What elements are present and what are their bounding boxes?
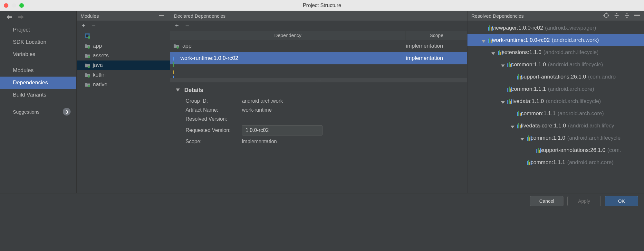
- module-row[interactable]: java: [77, 60, 170, 70]
- chevron-down-icon[interactable]: [482, 38, 485, 42]
- label-group-id: Group ID:: [186, 98, 242, 104]
- forward-icon: [18, 15, 24, 20]
- resolved-name: extensions:1.1.0: [502, 49, 542, 56]
- resolved-package: (com.andro: [588, 74, 616, 80]
- collapse-icon[interactable]: [158, 12, 166, 19]
- library-icon: [507, 62, 509, 67]
- resolved-package: (android.arch.core): [548, 86, 594, 92]
- module-row[interactable]: kotlin: [77, 70, 170, 80]
- value-scope: implementation: [242, 139, 277, 144]
- svg-rect-17: [634, 14, 640, 15]
- resolved-header: Resolved Dependencies: [467, 11, 644, 21]
- folder-icon: [84, 63, 90, 68]
- module-row[interactable]: assets: [77, 51, 170, 60]
- library-icon: [498, 50, 499, 55]
- dependency-name: work-runtime:1.0.0-rc02: [180, 55, 238, 61]
- apply-button: Apply: [567, 196, 601, 206]
- resolved-name: viewpager:1.0.0-rc02: [492, 25, 543, 31]
- nav-item-variables[interactable]: Variables: [0, 48, 76, 60]
- col-dependency: Dependency: [170, 31, 406, 40]
- resolved-row[interactable]: common:1.1.0(android.arch.lifecycle: [467, 132, 644, 144]
- chevron-down-icon[interactable]: [520, 136, 524, 140]
- nav-item-modules[interactable]: Modules: [0, 64, 76, 77]
- svg-point-6: [88, 66, 90, 68]
- svg-point-10: [604, 13, 609, 17]
- resolved-row[interactable]: support-annotations:26.1.0(com.: [467, 144, 644, 156]
- label-scope: Scope:: [186, 139, 242, 144]
- folder-icon: [84, 43, 90, 49]
- target-icon[interactable]: [603, 13, 609, 19]
- dependency-row[interactable]: work-runtime:1.0.0-rc02implementation: [170, 52, 467, 64]
- remove-dependency-button[interactable]: −: [184, 22, 190, 30]
- splitter-grip[interactable]: ∙∙∙∙∙∙: [170, 78, 467, 82]
- add-dependency-button[interactable]: +: [174, 22, 180, 30]
- resolved-name: support-annotations:26.1.0: [540, 147, 605, 153]
- label-requested-version: Requested Version:: [186, 127, 242, 133]
- resolved-name: common:1.1.1: [531, 159, 565, 166]
- suggestions-badge: 3: [63, 108, 71, 116]
- resolved-row[interactable]: extensions:1.1.0(android.arch.lifecycle): [467, 46, 644, 59]
- nav-item-project[interactable]: Project: [0, 24, 76, 36]
- nav-item-dependencies[interactable]: Dependencies: [0, 77, 76, 89]
- library-icon: [536, 148, 538, 153]
- dependency-name: app: [182, 43, 191, 49]
- resolved-row[interactable]: common:1.1.0(android.arch.lifecycle): [467, 59, 644, 71]
- svg-rect-0: [159, 15, 164, 16]
- resolved-row[interactable]: livedata-core:1.1.0(android.arch.lifecy: [467, 120, 644, 132]
- library-icon: [507, 99, 509, 104]
- folder-icon: [173, 43, 179, 49]
- library-icon: [173, 56, 175, 61]
- resolved-row[interactable]: work-runtime:1.0.0-rc02(android.arch.wor…: [467, 34, 644, 46]
- resolved-row[interactable]: common:1.1.1(android.arch.core): [467, 107, 644, 120]
- add-module-button[interactable]: +: [81, 22, 86, 30]
- library-icon: [527, 135, 528, 141]
- expand-all-icon[interactable]: [614, 13, 620, 19]
- value-artifact-name: work-runtime: [242, 107, 272, 113]
- modules-toolbar: + −: [77, 21, 170, 31]
- nav-item-suggestions[interactable]: Suggestions3: [0, 105, 76, 118]
- resolved-row[interactable]: common:1.1.1(android.arch.core): [467, 83, 644, 95]
- collapse-panel-icon[interactable]: [634, 13, 640, 19]
- resolved-name: livedata-core:1.1.0: [521, 123, 566, 129]
- library-icon: [517, 111, 518, 116]
- module-row[interactable]: native: [77, 80, 170, 89]
- resolved-package: (com.: [607, 147, 621, 153]
- resolved-row[interactable]: livedata:1.1.0(android.arch.lifecycle): [467, 95, 644, 107]
- resolved-package: (android.arch.lifecycle): [546, 98, 601, 105]
- svg-rect-15: [615, 15, 619, 16]
- details-panel: Details Group ID:android.arch.work Artif…: [170, 82, 467, 193]
- cancel-button[interactable]: Cancel: [530, 196, 563, 206]
- resolved-row[interactable]: support-annotations:26.1.0(com.andro: [467, 71, 644, 83]
- resolved-row[interactable]: viewpager:1.0.0-rc02(androidx.viewpager): [467, 22, 644, 34]
- collapse-all-icon[interactable]: [624, 13, 630, 19]
- resolved-package: (android.arch.core): [567, 159, 614, 166]
- label-artifact-name: Artifact Name:: [186, 107, 242, 113]
- chevron-down-icon[interactable]: [501, 63, 505, 67]
- value-group-id: android.arch.work: [242, 98, 283, 104]
- module-row[interactable]: [77, 32, 170, 41]
- chevron-down-icon[interactable]: [501, 99, 505, 103]
- footer: Cancel Apply OK: [0, 193, 644, 209]
- resolved-name: work-runtime:1.0.0-rc02: [492, 37, 550, 43]
- resolved-header-label: Resolved Dependencies: [471, 13, 524, 19]
- library-icon: [488, 25, 489, 31]
- resolved-package: (android.arch.lifecycle: [567, 135, 620, 141]
- nav-item-build-variants[interactable]: Build Variants: [0, 89, 76, 101]
- nav-history: [0, 11, 76, 24]
- resolved-name: livedata:1.1.0: [511, 98, 544, 105]
- resolved-name: support-annotations:26.1.0: [521, 74, 586, 80]
- details-header[interactable]: Details: [176, 87, 461, 94]
- remove-module-button[interactable]: −: [91, 22, 97, 30]
- nav-item-sdk-location[interactable]: SDK Location: [0, 36, 76, 48]
- back-icon[interactable]: [6, 15, 12, 20]
- modules-tree: appassetsjavakotlinnative: [77, 31, 170, 89]
- chevron-down-icon[interactable]: [491, 51, 495, 54]
- resolved-row[interactable]: common:1.1.1(android.arch.core): [467, 156, 644, 169]
- requested-version-input[interactable]: [242, 125, 322, 135]
- dependency-row[interactable]: appimplementation: [170, 40, 467, 52]
- ok-button[interactable]: OK: [605, 196, 638, 206]
- declared-rows: appimplementationwork-runtime:1.0.0-rc02…: [170, 40, 467, 78]
- module-row[interactable]: app: [77, 41, 170, 51]
- chevron-down-icon[interactable]: [511, 124, 514, 128]
- modules-header: Modules: [77, 11, 170, 21]
